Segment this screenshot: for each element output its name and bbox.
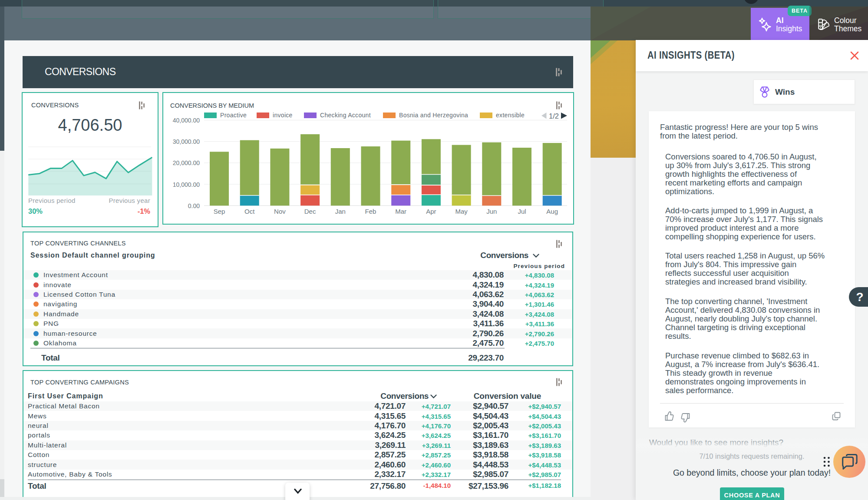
svg-text:May: May xyxy=(455,208,468,215)
svg-text:Feb: Feb xyxy=(365,208,376,215)
svg-text:Jun: Jun xyxy=(486,208,497,215)
svg-text:0.00: 0.00 xyxy=(188,202,200,209)
svg-text:Oct: Oct xyxy=(244,208,255,215)
svg-text:20,000.00: 20,000.00 xyxy=(173,159,200,166)
svg-text:Dec: Dec xyxy=(304,208,316,215)
svg-text:Nov: Nov xyxy=(274,208,286,215)
svg-text:Aug: Aug xyxy=(546,208,558,215)
svg-text:Sep: Sep xyxy=(214,208,225,215)
svg-text:Jan: Jan xyxy=(335,208,346,215)
svg-text:30,000.00: 30,000.00 xyxy=(173,138,200,145)
svg-text:40,000.00: 40,000.00 xyxy=(173,117,200,124)
svg-text:10,000.00: 10,000.00 xyxy=(173,181,200,188)
svg-text:Mar: Mar xyxy=(395,208,406,215)
svg-text:Jul: Jul xyxy=(518,208,526,215)
svg-text:Apr: Apr xyxy=(426,208,436,215)
